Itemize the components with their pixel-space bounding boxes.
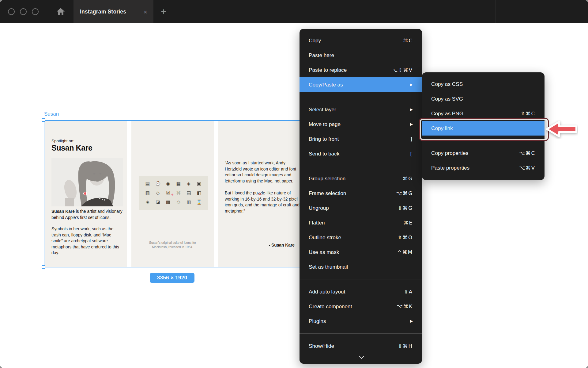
mac-icon: ⌚ [155,182,161,186]
menu-separator [300,333,422,334]
copy-paste-as-submenu: Copy as CSS Copy as SVG Copy as PNG ⇧⌘C … [422,72,545,180]
menu-item-set-as-thumbnail[interactable]: Set as thumbnail [300,259,422,274]
menu-separator [300,166,422,166]
menu-item-paste-properties[interactable]: Paste properties ⌥⌘V [422,160,545,175]
menu-item-use-as-mask[interactable]: Use as mask ^⌘M [300,245,422,259]
menu-item-flatten[interactable]: Flatten ⌘E [300,215,422,230]
comment-pin-icon: + [171,192,174,197]
mac-icon: ▦ [176,182,181,186]
menu-item-outline-stroke[interactable]: Outline stroke ⇧⌘O [300,230,422,245]
mac-icon: ⌘ [176,191,181,195]
mac-icon: ◉ [166,182,170,186]
mac-icon: ◧ [197,191,201,195]
menu-item-copy[interactable]: Copy ⌘C [300,33,422,48]
menu-item-copy-as-svg[interactable]: Copy as SVG [422,91,545,106]
menu-item-send-to-back[interactable]: Send to back [ [300,146,422,161]
menu-item-copy-paste-as[interactable]: Copy/Paste as ▶ [300,77,422,92]
tab-instagram-stories[interactable]: Instagram Stories × [74,0,153,23]
selection-size-badge: 3356 × 1920 [150,273,194,283]
mac-icon: ⌛ [196,200,202,205]
tab-title: Instagram Stories [80,9,126,15]
menu-item-add-auto-layout[interactable]: Add auto layout ⇧A [300,284,422,299]
titlebar-divider [496,0,496,23]
menu-item-select-layer[interactable]: Select layer ▶ [300,102,422,117]
menu-item-plugins[interactable]: Plugins ▶ [300,314,422,328]
mac-icon: ☒ [166,191,170,195]
menu-item-paste-to-replace[interactable]: Paste to replace ⌥⇧⌘V [300,63,422,77]
comment-pin-icon [84,192,86,195]
menu-item-paste-here[interactable]: Paste here [300,48,422,63]
card-title: Susan Kare [51,144,92,152]
mac-icon: ▣ [197,182,201,186]
mac-icon: ◈ [146,200,149,205]
mac-icon: ◈ [187,182,191,186]
quote-attribution: - Susan Kare [269,243,295,247]
window-controls [8,0,39,23]
menu-separator [300,97,422,97]
submenu-arrow-icon: ▶ [410,107,413,112]
menu-item-create-component[interactable]: Create component ⌥⌘K [300,299,422,314]
mac-icon: ▥ [145,191,150,195]
figma-window: Instagram Stories × + Susan Spotlight on… [0,0,588,368]
menu-scroll-more[interactable] [300,353,422,361]
mac-icon: ▤ [187,191,191,195]
titlebar: Instagram Stories × + [0,0,588,23]
menu-item-move-to-page[interactable]: Move to page ▶ [300,117,422,132]
submenu-arrow-icon: ▶ [410,122,413,126]
window-minimize-button[interactable] [20,8,27,15]
selection-handle-bottom-left[interactable] [42,265,45,269]
card-eyebrow: Spotlight on: [51,139,74,143]
menu-separator [422,140,545,141]
card-paragraph: Susan Kare is the artist and visionary b… [51,209,123,220]
menu-item-copy-as-png[interactable]: Copy as PNG ⇧⌘C [422,106,545,121]
home-icon [57,8,65,15]
bold-lead: Susan Kare [51,209,75,214]
menu-separator [300,279,422,279]
story-card-spotlight[interactable]: Spotlight on: Susan Kare Susan Kare is t… [45,121,127,267]
menu-item-bring-to-front[interactable]: Bring to front ] [300,132,422,146]
mac-icon: ◪ [156,200,160,205]
susan-kare-photo[interactable] [51,158,123,206]
menu-item-ungroup[interactable]: Ungroup ⇧⌘G [300,201,422,215]
quote-paragraph: “As soon as I started work, Andy Hertzfe… [225,160,300,184]
selection-handle-top-left[interactable] [42,118,45,122]
home-button[interactable] [55,0,67,23]
menu-item-copy-properties[interactable]: Copy properties ⌥⌘C [422,146,545,160]
chevron-down-icon [359,354,364,359]
mac-icon: ◇ [177,200,180,205]
menu-item-group-selection[interactable]: Group selection ⌘G [300,171,422,186]
menu-item-copy-as-css[interactable]: Copy as CSS [422,77,545,91]
quote-paragraph: But I loved the puzzle-like nature of wo… [225,190,300,214]
submenu-arrow-icon: ▶ [410,319,413,323]
window-zoom-button[interactable] [32,8,39,15]
menu-item-show-hide[interactable]: Show/Hide ⇧⌘H [300,339,422,353]
menu-item-copy-link[interactable]: Copy link [422,121,545,136]
mac-icon: ▤ [145,182,150,186]
card-paragraph: Symbols in her work, such as the trash c… [51,226,123,256]
submenu-arrow-icon: ▶ [410,82,413,87]
comment-pin-icon [259,194,261,195]
context-menu: Copy ⌘C Paste here Paste to replace ⌥⇧⌘V… [300,29,422,364]
menu-item-frame-selection[interactable]: Frame selection ⌥⌘G [300,186,422,201]
mac-icon: ▥ [187,200,191,205]
frame-name-label[interactable]: Susan [44,111,59,117]
new-tab-button[interactable]: + [157,0,170,23]
icon-grid-caption: Susan’s original suite of icons for Maci… [131,240,214,249]
mac-icon: ▩ [166,200,170,205]
tab-close-icon[interactable]: × [142,8,149,15]
window-close-button[interactable] [8,8,15,15]
mac-icon: ◇ [156,191,160,195]
